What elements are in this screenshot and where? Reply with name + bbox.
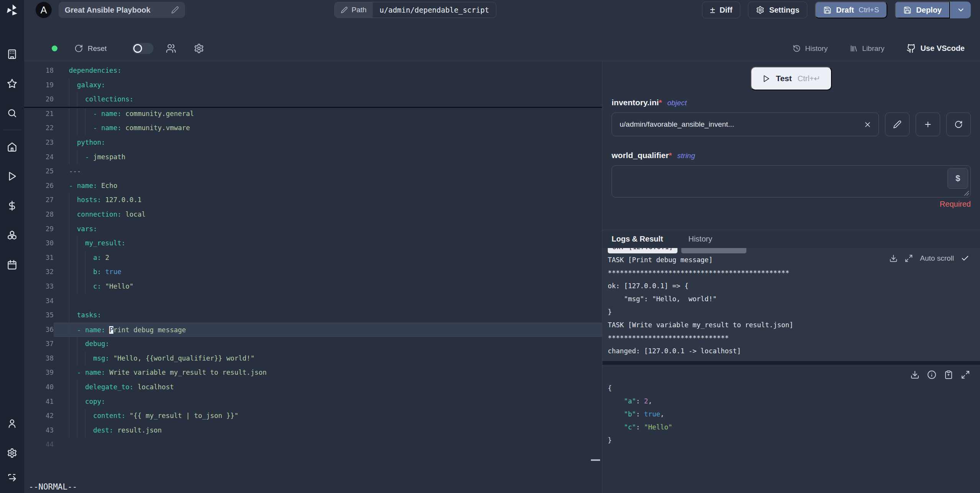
line-number: 24 [24, 150, 54, 165]
insert-variable-button[interactable]: $ [947, 168, 968, 189]
code-line[interactable]: 21 - name: community.general [24, 107, 602, 121]
clear-x-icon[interactable] [864, 121, 872, 129]
search-icon[interactable] [7, 108, 17, 118]
code-line[interactable]: 31 a: 2 [24, 251, 602, 265]
chevron-down-icon [957, 6, 965, 14]
diff-button[interactable]: ± Diff [702, 2, 741, 18]
edit-title-pencil-icon[interactable] [171, 6, 179, 14]
code-line[interactable]: 19 galaxy: [24, 78, 602, 93]
line-number: 36 [24, 323, 54, 337]
inventory-resource-input[interactable] [612, 113, 879, 136]
diff-label: Diff [720, 6, 732, 15]
resources-boxes-icon[interactable] [7, 230, 17, 240]
auto-scroll-label[interactable]: Auto scroll [920, 252, 954, 265]
code-line[interactable]: 35 tasks: [24, 308, 602, 323]
line-number: 25 [24, 164, 54, 179]
code-line[interactable]: 36 - name: Print debug message [24, 323, 602, 337]
download-logs-icon[interactable] [889, 254, 898, 263]
line-number: 21 [24, 107, 54, 121]
editor-settings-gear-icon[interactable] [194, 43, 204, 54]
inventory-resource-value[interactable] [619, 120, 864, 129]
code-line[interactable]: 39 - name: Write variable my_result to r… [24, 366, 602, 380]
code-line[interactable]: 18dependencies: [24, 64, 602, 78]
right-panel: Test Ctrl+↵ inventory.ini* object [602, 61, 980, 493]
account-user-icon[interactable] [7, 418, 17, 429]
expand-result-icon[interactable] [961, 370, 970, 379]
use-vscode-button[interactable]: Use VScode [906, 44, 965, 53]
code-line[interactable]: 43 dest: result.json [24, 423, 602, 438]
mode-toggle[interactable] [132, 43, 154, 54]
log-line: TASK [Write variable my_result to result… [608, 318, 980, 331]
log-line: ****************************** [608, 331, 980, 344]
test-button[interactable]: Test Ctrl+↵ [751, 67, 832, 90]
script-title-box[interactable]: Great Ansible Playbook [59, 2, 185, 18]
code-line[interactable]: 37 debug: [24, 337, 602, 351]
code-line[interactable]: 22 - name: community.vmware [24, 121, 602, 135]
info-icon[interactable] [927, 370, 936, 379]
edit-resource-button[interactable] [885, 113, 910, 136]
code-line[interactable]: 20 collections: [24, 92, 602, 107]
download-result-icon[interactable] [910, 370, 919, 379]
expand-logs-icon[interactable] [905, 254, 913, 263]
schedules-calendar-icon[interactable] [7, 260, 17, 270]
reset-rotate-icon [74, 44, 83, 53]
code-line[interactable]: 23 python: [24, 135, 602, 150]
code-line[interactable]: 32 b: true [24, 265, 602, 279]
copy-clipboard-icon[interactable] [944, 370, 953, 379]
path-box[interactable]: Path u/admin/dependable_script [334, 2, 496, 18]
code-line[interactable]: 42 content: "{{ my_result | to_json }}" [24, 409, 602, 423]
add-resource-button[interactable] [916, 113, 940, 136]
code-line[interactable]: 28 connection: local [24, 207, 602, 222]
code-line[interactable]: 33 c: "Hello" [24, 279, 602, 294]
deploy-button[interactable]: Deploy [895, 2, 950, 18]
users-icon[interactable] [166, 43, 176, 54]
favorites-star-icon[interactable] [7, 78, 17, 89]
resize-handle-icon[interactable] [964, 191, 969, 196]
code-line[interactable]: 26- name: Echo [24, 179, 602, 193]
line-number: 30 [24, 236, 54, 251]
tab-history[interactable]: History [688, 235, 712, 243]
field-name: inventory.ini [612, 98, 659, 107]
logs-result-splitter[interactable] [602, 361, 980, 365]
code-line[interactable]: 29 vars: [24, 222, 602, 237]
home-icon[interactable] [7, 142, 17, 152]
code-line[interactable]: 40 delegate_to: localhost [24, 380, 602, 395]
workspace-building-icon[interactable] [7, 49, 17, 59]
path-label-segment[interactable]: Path [335, 2, 373, 18]
code-line[interactable]: 30 my_result: [24, 236, 602, 251]
code-line[interactable]: 25--- [24, 164, 602, 179]
draft-button[interactable]: Draft Ctrl+S [815, 2, 887, 18]
windmill-logo-icon[interactable] [5, 3, 20, 18]
result-controls [910, 370, 970, 379]
runs-play-icon[interactable] [7, 171, 17, 181]
code-line[interactable]: 44 [24, 437, 602, 452]
line-number: 32 [24, 265, 54, 279]
world-qualifier-textarea[interactable] [612, 166, 970, 197]
logout-icon[interactable] [7, 473, 17, 483]
code-editor[interactable]: 18dependencies:19 galaxy:20 collections:… [24, 61, 602, 493]
logs-pane[interactable]: ok: [127.0.0.1] TASK [Print debug messag… [602, 248, 980, 361]
history-button[interactable]: History [793, 44, 828, 53]
deploy-dropdown-button[interactable] [950, 2, 971, 18]
settings-button[interactable]: Settings [748, 2, 807, 18]
workspace-settings-gear-icon[interactable] [7, 448, 17, 458]
code-line[interactable]: 24 - jmespath [24, 150, 602, 165]
variables-dollar-icon[interactable] [7, 201, 17, 211]
auto-scroll-check-icon[interactable] [961, 254, 969, 263]
line-number: 23 [24, 135, 54, 150]
code-line[interactable]: 34 [24, 294, 602, 309]
library-button[interactable]: Library [850, 44, 884, 53]
result-json: { "a": 2, "b": true, "c": "Hello"} [608, 382, 980, 447]
selected-log-text: ok: [127.0.0.1] [608, 248, 677, 253]
code-line[interactable]: 41 copy: [24, 395, 602, 409]
result-line: { [608, 382, 980, 395]
reset-button[interactable]: Reset [74, 44, 107, 53]
line-number: 44 [24, 437, 54, 452]
result-pane[interactable]: { "a": 2, "b": true, "c": "Hello"} [602, 365, 980, 493]
code-line[interactable]: 38 msg: "Hello, {{world_qualifier}} worl… [24, 351, 602, 366]
status-dot [52, 46, 57, 51]
refresh-resource-button[interactable] [946, 113, 971, 136]
tab-logs-result[interactable]: Logs & Result [612, 235, 663, 243]
code-line[interactable]: 27 hosts: 127.0.0.1 [24, 193, 602, 207]
log-line: ****************************************… [608, 266, 980, 279]
